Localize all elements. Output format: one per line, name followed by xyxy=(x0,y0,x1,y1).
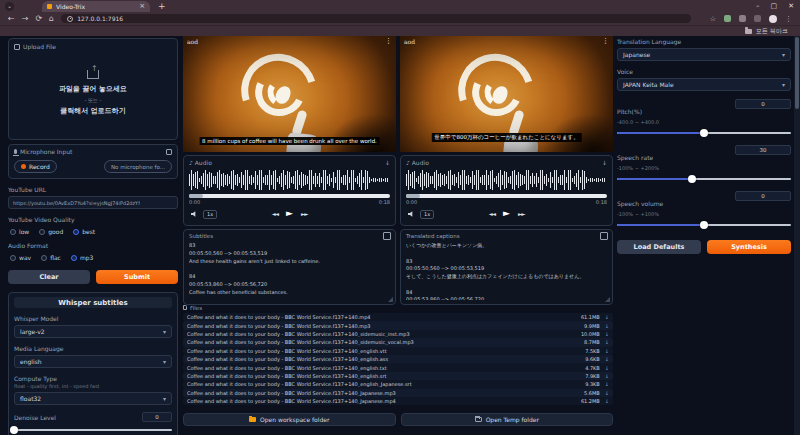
play-icon[interactable]: ► xyxy=(286,209,293,218)
open-workspace-folder-button[interactable]: Open workspace folder xyxy=(183,413,396,426)
skip-back-icon[interactable]: ◄◄ xyxy=(489,211,495,217)
file-download-icon[interactable]: ↓ xyxy=(605,348,609,354)
all-bookmarks-folder-icon[interactable] xyxy=(745,29,752,34)
file-download-icon[interactable]: ↓ xyxy=(605,356,609,362)
file-download-icon[interactable]: ↓ xyxy=(605,314,609,320)
window-close-button[interactable]: ✕ xyxy=(788,2,794,10)
play-icon[interactable]: ► xyxy=(503,209,510,218)
downloads-icon[interactable] xyxy=(739,15,746,22)
scroll-thumb[interactable] xyxy=(189,194,203,198)
table-row[interactable]: Coffee and what it does to your body - B… xyxy=(183,389,613,397)
window-maximize-button[interactable]: ▢ xyxy=(771,2,778,10)
resize-handle[interactable] xyxy=(605,297,610,302)
mic-settings-icon[interactable] xyxy=(166,149,172,155)
playback-speed-button[interactable]: 1x xyxy=(203,210,217,219)
synthesis-button[interactable]: Synthesis xyxy=(707,240,791,254)
window-minimize-button[interactable]: – xyxy=(756,2,760,10)
whisper-model-select[interactable]: large-v2 ▾ xyxy=(14,325,172,338)
tts-load-defaults-button[interactable]: Load Defaults xyxy=(617,240,701,254)
table-row[interactable]: Coffee and what it does to your body - B… xyxy=(183,355,613,363)
extensions-puzzle-icon[interactable] xyxy=(754,15,761,22)
resize-handle[interactable] xyxy=(388,297,393,302)
address-bar[interactable]: 127.0.0.1:7916 xyxy=(61,14,691,23)
table-row[interactable]: Coffee and what it does to your body - B… xyxy=(183,321,613,329)
file-download-icon[interactable]: ↓ xyxy=(605,381,609,387)
browser-menu-icon[interactable]: ⋮ xyxy=(785,15,792,23)
radio-option-flac[interactable]: flac xyxy=(41,254,61,261)
upload-dropzone[interactable]: Upload File 파일을 끌어 놓으세요 - 또는 - 클릭해서 업로드하… xyxy=(8,38,178,140)
video-menu-icon[interactable]: ⋮ xyxy=(602,37,609,45)
audio-waveform[interactable] xyxy=(189,168,390,192)
voice-select[interactable]: JAPAN Keita Male ▾ xyxy=(617,78,791,91)
denoise-slider[interactable] xyxy=(14,426,172,434)
reload-icon[interactable]: ⟳ xyxy=(35,15,42,23)
pitch-slider[interactable] xyxy=(617,129,791,137)
compute-type-select[interactable]: float32 ▾ xyxy=(14,392,172,405)
scroll-thumb[interactable] xyxy=(406,194,420,198)
translated-captions-textarea[interactable]: いくつかの改善とパーキンソン病。 83 00:05:50,560 --> 00:… xyxy=(406,242,607,300)
volume-icon[interactable] xyxy=(191,211,198,217)
download-audio-icon[interactable]: ↓ xyxy=(385,159,390,166)
youtube-url-input[interactable]: https://youtu.be/0AvExD7Yu4?si=yjsNgJ74i… xyxy=(8,196,178,209)
file-download-icon[interactable]: ↓ xyxy=(605,373,609,379)
audio-scrollbar[interactable] xyxy=(189,194,390,198)
radio-option-good[interactable]: good xyxy=(39,228,63,235)
playback-speed-button[interactable]: 1x xyxy=(420,210,434,219)
slider-knob[interactable] xyxy=(700,221,708,229)
slider-knob[interactable] xyxy=(10,426,18,434)
file-download-icon[interactable]: ↓ xyxy=(605,323,609,329)
table-row[interactable]: Coffee and what it does to your body - B… xyxy=(183,397,613,405)
extension-icon[interactable] xyxy=(724,15,731,22)
browser-tab[interactable]: Video-Trix × xyxy=(42,1,150,12)
translated-video[interactable]: aod ⋮ 世界中で800万杯のコーヒーが飲まれたことになります。 xyxy=(400,36,613,152)
forward-icon[interactable]: → xyxy=(22,15,29,23)
site-info-icon[interactable] xyxy=(67,16,73,22)
audio-scrollbar[interactable] xyxy=(406,194,607,198)
table-row[interactable]: Coffee and what it does to your body - B… xyxy=(183,347,613,355)
speech-volume-slider[interactable] xyxy=(617,221,791,229)
back-icon[interactable]: ← xyxy=(8,15,15,23)
table-row[interactable]: Coffee and what it does to your body - B… xyxy=(183,330,613,338)
new-tab-button[interactable]: + xyxy=(158,2,166,11)
table-row[interactable]: Coffee and what it does to your body - B… xyxy=(183,338,613,346)
page-scrollbar-thumb[interactable] xyxy=(795,37,799,109)
subtitles-textarea[interactable]: 83 00:05:50,560 --> 00:05:53,519 And the… xyxy=(189,242,390,300)
slider-knob[interactable] xyxy=(688,175,696,183)
radio-option-best[interactable]: best xyxy=(73,228,95,235)
bookmark-star-icon[interactable]: ☆ xyxy=(710,15,716,23)
radio-option-mp3[interactable]: mp3 xyxy=(71,254,93,261)
copy-icon[interactable] xyxy=(384,233,390,239)
skip-forward-icon[interactable]: ►► xyxy=(301,211,307,217)
audio-waveform[interactable] xyxy=(406,168,607,192)
video-menu-icon[interactable]: ⋮ xyxy=(385,37,392,45)
microphone-device-select[interactable]: No microphone fo... xyxy=(104,160,172,173)
record-button[interactable]: Record xyxy=(14,160,57,173)
source-video[interactable]: aod ⋮ 8 million cups of coffee will have… xyxy=(183,36,396,152)
speech-rate-number-input[interactable]: 30 xyxy=(735,145,791,155)
file-download-icon[interactable]: ↓ xyxy=(605,390,609,396)
table-row[interactable]: Coffee and what it does to your body - B… xyxy=(183,372,613,380)
all-bookmarks-label[interactable]: 모든 북마크 xyxy=(756,27,788,36)
pitch-number-input[interactable]: 0 xyxy=(735,99,791,109)
skip-back-icon[interactable]: ◄◄ xyxy=(272,211,278,217)
file-download-icon[interactable]: ↓ xyxy=(605,398,609,404)
file-download-icon[interactable]: ↓ xyxy=(605,331,609,337)
open-temp-folder-button[interactable]: Open Temp folder xyxy=(401,413,614,426)
radio-option-low[interactable]: low xyxy=(10,228,29,235)
speech-rate-slider[interactable] xyxy=(617,175,791,183)
file-download-icon[interactable]: ↓ xyxy=(605,339,609,345)
tab-close-icon[interactable]: × xyxy=(139,3,145,10)
page-scrollbar[interactable] xyxy=(794,36,800,435)
radio-option-wav[interactable]: wav xyxy=(10,254,31,261)
translation-language-select[interactable]: Japanese ▾ xyxy=(617,48,791,61)
denoise-number-input[interactable]: 0 xyxy=(142,412,172,422)
file-download-icon[interactable]: ↓ xyxy=(605,365,609,371)
submit-button[interactable]: Submit xyxy=(96,270,178,284)
profile-avatar[interactable] xyxy=(769,15,777,23)
table-row[interactable]: Coffee and what it does to your body - B… xyxy=(183,363,613,371)
slider-knob[interactable] xyxy=(700,129,708,137)
table-row[interactable]: Coffee and what it does to your body - B… xyxy=(183,380,613,388)
clear-button[interactable]: Clear xyxy=(8,270,90,284)
download-audio-icon[interactable]: ↓ xyxy=(602,159,607,166)
home-icon[interactable]: ⌂ xyxy=(49,15,54,23)
